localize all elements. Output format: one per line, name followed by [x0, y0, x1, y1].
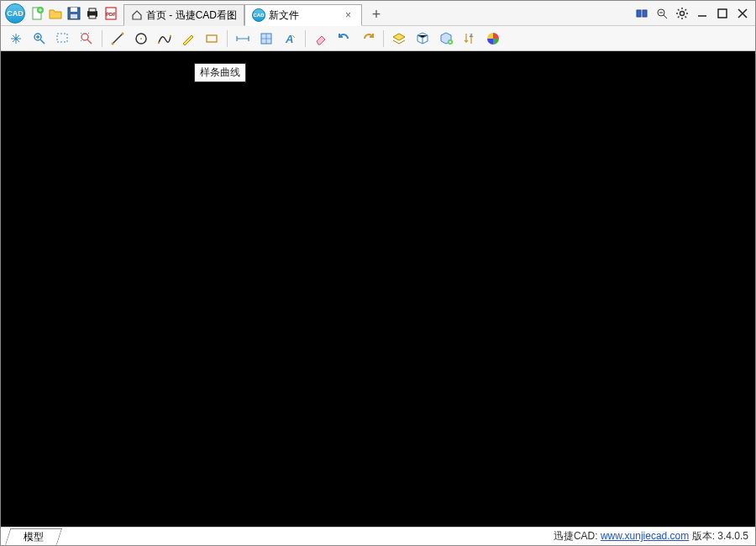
file-tab-active[interactable]: CAD 新文件 ×: [244, 4, 362, 26]
tooltip: 样条曲线: [194, 63, 246, 82]
svg-rect-11: [643, 10, 647, 17]
rectangle-tool[interactable]: [202, 29, 222, 49]
zoom-tool[interactable]: [29, 29, 50, 49]
line-tool[interactable]: [108, 29, 128, 49]
svg-rect-14: [718, 9, 727, 18]
svg-rect-3: [71, 8, 77, 12]
separator: [305, 30, 306, 47]
layout-icon[interactable]: [633, 4, 651, 23]
toolbar: A Z: [1, 26, 755, 51]
svg-rect-25: [207, 35, 217, 42]
layers-button[interactable]: [389, 29, 409, 49]
status-info: 迅捷CAD: www.xunjiecad.com 版本: 3.4.0.5: [554, 529, 755, 543]
home-tab[interactable]: 首页 - 迅捷CAD看图: [123, 4, 244, 26]
close-tab-button[interactable]: ×: [342, 9, 354, 21]
maximize-button[interactable]: [713, 4, 732, 23]
save-button[interactable]: [65, 4, 83, 23]
svg-point-13: [680, 11, 685, 15]
svg-point-22: [140, 38, 142, 39]
zoom-out-icon[interactable]: [653, 4, 671, 23]
svg-point-20: [122, 32, 124, 34]
status-bar: 模型 迅捷CAD: www.xunjiecad.com 版本: 3.4.0.5: [1, 527, 755, 545]
measure-area-tool[interactable]: [256, 29, 276, 49]
svg-text:A: A: [285, 33, 293, 45]
print-button[interactable]: [83, 4, 102, 23]
svg-rect-10: [637, 10, 641, 17]
close-window-button[interactable]: [733, 4, 752, 23]
svg-point-24: [170, 34, 171, 36]
highlight-tool[interactable]: [178, 29, 198, 49]
undo-button[interactable]: [334, 29, 354, 49]
pan-tool[interactable]: [6, 29, 26, 49]
svg-rect-6: [89, 8, 96, 12]
app-logo-text: CAD: [5, 3, 25, 24]
website-link[interactable]: www.xunjiecad.com: [601, 530, 689, 542]
window-controls: [631, 4, 755, 23]
separator: [102, 30, 102, 47]
sort-button[interactable]: Z: [459, 29, 480, 49]
cad-file-icon: CAD: [252, 8, 265, 22]
brand-label: 迅捷CAD:: [554, 530, 598, 542]
svg-rect-7: [89, 15, 96, 18]
block-button[interactable]: [436, 29, 456, 49]
separator: [383, 30, 384, 47]
drawing-canvas[interactable]: 样条曲线: [1, 51, 755, 527]
new-tab-button[interactable]: +: [365, 3, 387, 25]
svg-point-15: [15, 37, 18, 39]
home-tab-label: 首页 - 迅捷CAD看图: [146, 8, 237, 23]
redo-button[interactable]: [358, 29, 378, 49]
svg-rect-4: [71, 14, 77, 18]
svg-text:Z: Z: [470, 33, 473, 38]
model-space-tab[interactable]: 模型: [5, 528, 62, 545]
text-tool[interactable]: A: [280, 29, 300, 49]
title-bar: CAD PDF 首页 - 迅捷CAD看图 CAD 新文件 × +: [1, 1, 755, 26]
svg-point-18: [81, 34, 88, 40]
measure-distance-tool[interactable]: [233, 29, 253, 49]
svg-point-19: [112, 42, 114, 45]
svg-text:PDF: PDF: [106, 12, 116, 17]
app-logo: CAD: [3, 1, 28, 26]
tooltip-text: 样条曲线: [200, 66, 240, 78]
version-label: 版本: 3.4.0.5: [692, 530, 748, 542]
export-pdf-button[interactable]: PDF: [102, 4, 120, 23]
file-tab-label: 新文件: [269, 8, 299, 23]
spline-tool[interactable]: [155, 29, 175, 49]
svg-rect-17: [57, 34, 67, 42]
3d-view-button[interactable]: [412, 29, 433, 49]
minimize-button[interactable]: [693, 4, 711, 23]
svg-point-23: [158, 41, 160, 43]
open-file-button[interactable]: [46, 4, 65, 23]
settings-button[interactable]: [673, 4, 691, 23]
new-file-button[interactable]: [28, 4, 46, 23]
zoom-extents-tool[interactable]: [76, 29, 97, 49]
circle-tool[interactable]: [131, 29, 151, 49]
separator: [227, 30, 228, 47]
erase-tool[interactable]: [311, 29, 331, 49]
model-tab-label: 模型: [24, 530, 44, 544]
color-picker-button[interactable]: [483, 29, 503, 49]
zoom-window-tool[interactable]: [53, 29, 73, 49]
tab-bar: 首页 - 迅捷CAD看图 CAD 新文件 × +: [123, 1, 631, 25]
